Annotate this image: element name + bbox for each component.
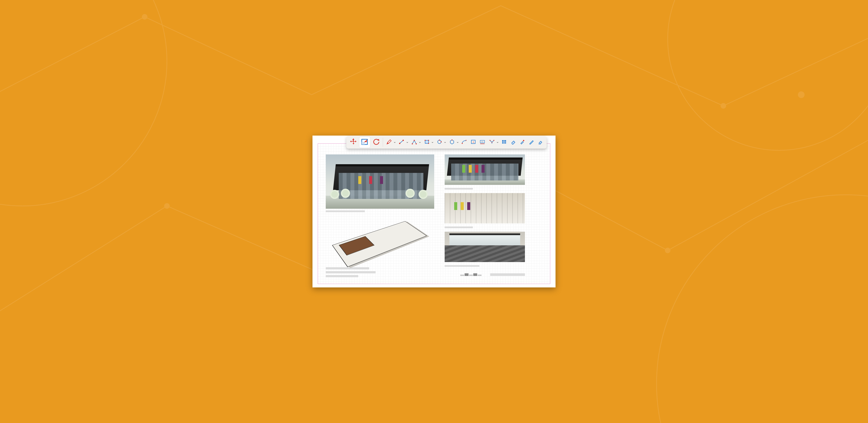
dimension-icon bbox=[489, 139, 495, 145]
select-region-icon bbox=[361, 138, 369, 147]
svg-point-7 bbox=[142, 14, 148, 20]
text-icon: A bbox=[470, 139, 476, 145]
caption-placeholder bbox=[445, 265, 479, 267]
main-toolbar: A A1 bbox=[346, 136, 547, 149]
chevron-down-icon bbox=[457, 140, 459, 144]
render-exterior-main[interactable] bbox=[326, 155, 434, 209]
render-isometric-cutaway[interactable] bbox=[326, 218, 434, 261]
title-line bbox=[326, 267, 369, 269]
pen-icon bbox=[529, 139, 534, 145]
drawing-canvas[interactable]: A A1 bbox=[312, 136, 556, 287]
chevron-down-icon bbox=[497, 140, 498, 144]
point-icon bbox=[399, 139, 404, 145]
arc-icon bbox=[461, 139, 467, 145]
dimension-tool[interactable] bbox=[488, 138, 496, 147]
line-tool[interactable] bbox=[410, 138, 418, 147]
rotate-tool[interactable] bbox=[371, 137, 381, 148]
svg-point-6 bbox=[665, 248, 671, 253]
chevron-down-icon bbox=[432, 140, 433, 144]
title-line bbox=[326, 271, 376, 273]
svg-point-32 bbox=[493, 140, 494, 141]
text-box-tool[interactable]: A1 bbox=[478, 138, 487, 147]
svg-point-15 bbox=[413, 140, 415, 141]
point-dropdown[interactable] bbox=[406, 140, 409, 144]
layout-sheet bbox=[318, 143, 550, 284]
toolbar-transform-group bbox=[347, 137, 382, 148]
svg-text:A1: A1 bbox=[481, 141, 484, 143]
eyedropper-icon bbox=[520, 139, 525, 145]
text-tool[interactable]: A bbox=[469, 138, 477, 147]
move-tool[interactable] bbox=[348, 137, 359, 148]
render-exterior-entry[interactable] bbox=[445, 155, 525, 185]
svg-point-0 bbox=[0, 0, 167, 206]
rect-icon bbox=[424, 139, 430, 145]
move-icon bbox=[349, 138, 358, 147]
svg-point-22 bbox=[439, 140, 440, 141]
chevron-down-icon bbox=[419, 140, 421, 144]
eraser-tool[interactable] bbox=[509, 138, 518, 147]
select-region-tool[interactable] bbox=[359, 137, 370, 148]
rotate-icon bbox=[372, 138, 380, 147]
toolbar-draw-group: A A1 bbox=[383, 137, 546, 148]
hexagon-icon bbox=[449, 139, 455, 145]
svg-point-26 bbox=[462, 143, 463, 144]
chevron-down-icon bbox=[406, 140, 408, 144]
svg-point-14 bbox=[412, 143, 413, 144]
eyedropper-tool[interactable] bbox=[518, 138, 527, 147]
caption-placeholder bbox=[445, 188, 473, 190]
chevron-down-icon bbox=[394, 140, 396, 144]
freehand-tool[interactable] bbox=[385, 138, 394, 147]
dimension-dropdown[interactable] bbox=[496, 140, 499, 144]
circle-dropdown[interactable] bbox=[444, 140, 446, 144]
caption-placeholder bbox=[326, 210, 365, 212]
polygon-tool[interactable] bbox=[448, 138, 456, 147]
highlighter-icon bbox=[538, 139, 544, 145]
sheet-label-placeholder bbox=[490, 273, 525, 276]
svg-point-13 bbox=[403, 140, 404, 141]
svg-point-9 bbox=[798, 91, 805, 98]
line-dropdown[interactable] bbox=[418, 140, 421, 144]
toolbar-separator bbox=[383, 138, 383, 147]
point-tool[interactable] bbox=[397, 138, 406, 147]
title-line bbox=[326, 275, 358, 277]
svg-point-18 bbox=[425, 140, 426, 141]
svg-rect-17 bbox=[425, 140, 429, 143]
svg-point-16 bbox=[415, 143, 416, 144]
svg-rect-34 bbox=[502, 140, 506, 143]
table-icon bbox=[501, 139, 507, 145]
render-auditorium[interactable] bbox=[445, 232, 525, 262]
polygon-fill-dropdown[interactable] bbox=[431, 140, 434, 144]
table-tool[interactable] bbox=[500, 138, 508, 147]
svg-point-21 bbox=[438, 140, 441, 143]
svg-point-12 bbox=[399, 143, 400, 144]
render-interior-lobby[interactable] bbox=[445, 193, 525, 223]
pen-tool[interactable] bbox=[527, 138, 536, 147]
svg-point-1 bbox=[657, 195, 868, 423]
svg-point-20 bbox=[428, 143, 429, 144]
scale-bar bbox=[460, 273, 482, 276]
circle-tool[interactable] bbox=[435, 138, 444, 147]
caption-placeholder bbox=[445, 226, 473, 228]
svg-rect-36 bbox=[538, 144, 541, 144]
svg-text:A: A bbox=[472, 140, 474, 143]
svg-point-8 bbox=[721, 103, 726, 109]
svg-point-3 bbox=[164, 203, 170, 209]
svg-point-31 bbox=[490, 140, 490, 141]
sheet-footer bbox=[460, 273, 525, 276]
polygon-fill-tool[interactable] bbox=[423, 138, 431, 147]
svg-point-19 bbox=[428, 140, 429, 141]
line-icon bbox=[411, 139, 417, 145]
arc-tool[interactable] bbox=[460, 138, 468, 147]
title-block bbox=[326, 267, 434, 277]
highlighter-tool[interactable] bbox=[536, 138, 545, 147]
svg-rect-11 bbox=[362, 142, 365, 144]
polygon-dropdown[interactable] bbox=[456, 140, 459, 144]
layout-sheet-border bbox=[318, 143, 550, 284]
freehand-dropdown[interactable] bbox=[394, 140, 396, 144]
svg-point-2 bbox=[668, 0, 868, 150]
eraser-icon bbox=[510, 139, 516, 145]
text-box-icon: A1 bbox=[479, 139, 485, 145]
svg-point-25 bbox=[452, 139, 453, 140]
svg-point-35 bbox=[523, 140, 524, 141]
pencil-icon bbox=[386, 139, 392, 145]
